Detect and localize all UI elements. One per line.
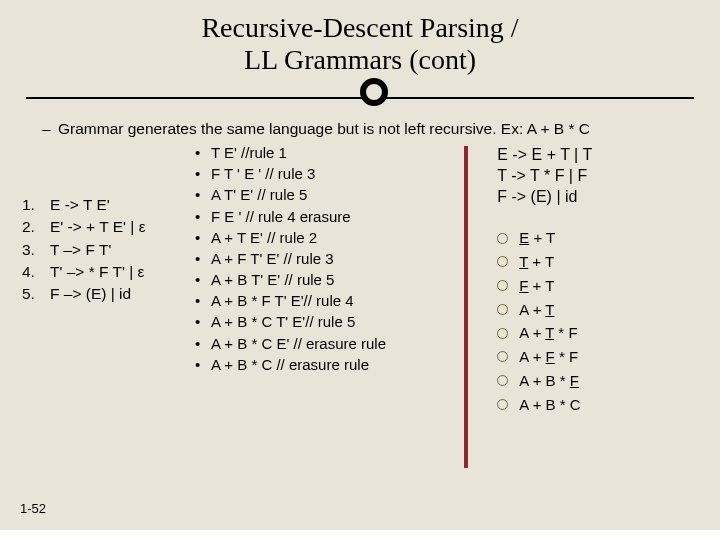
ring-bullet-icon (497, 275, 519, 297)
rule-text: T –> F T' (50, 240, 111, 259)
trace-text: F T ' E ' // rule 3 (211, 164, 315, 183)
list-item: F + T (497, 275, 706, 297)
trace-text: F E ' // rule 4 erasure (211, 207, 351, 226)
ring-bullet-icon (497, 346, 519, 368)
bullet-icon: • (195, 334, 211, 353)
title-divider (0, 84, 720, 110)
list-item: •A + T E' // rule 2 (195, 228, 473, 247)
list-item: E + T (497, 227, 706, 249)
ring-bullet-icon (497, 370, 519, 392)
slide-body: – Grammar generates the same language bu… (0, 110, 720, 417)
rule-text: F –> (E) | id (50, 284, 131, 303)
trace-text: A + B T' E' // rule 5 (211, 270, 334, 289)
trace-text: A + B * C T' E'// rule 5 (211, 312, 355, 331)
trace-text: A + B * F T' E'// rule 4 (211, 291, 354, 310)
ring-bullet-icon (497, 299, 519, 321)
list-item: •A + B T' E' // rule 5 (195, 270, 473, 289)
bullet-icon: • (195, 143, 211, 162)
trace-text: A + T E' // rule 2 (211, 228, 317, 247)
list-item: 5. F –> (E) | id (22, 284, 189, 303)
list-item: •A + F T' E' // rule 3 (195, 249, 473, 268)
orig-line: E -> E + T | T (497, 145, 706, 166)
right-column: E -> E + T | T T -> T * F | F F -> (E) |… (473, 143, 706, 417)
list-item: •F T ' E ' // rule 3 (195, 164, 473, 183)
list-item: 1. E -> T E' (22, 195, 189, 214)
bullet-icon: • (195, 185, 211, 204)
divider-line (26, 97, 694, 99)
rule-number: 4. (22, 262, 50, 281)
trace-text: A + B * C E' // erasure rule (211, 334, 386, 353)
deriv-text: A + F * F (519, 346, 578, 368)
deriv-text: T + T (519, 251, 554, 273)
rule-number: 2. (22, 217, 50, 236)
list-item: •A + B * C T' E'// rule 5 (195, 312, 473, 331)
orig-line: T -> T * F | F (497, 166, 706, 187)
bullet-icon: • (195, 228, 211, 247)
list-item: A + T * F (497, 322, 706, 344)
bullet-icon: • (195, 207, 211, 226)
ring-bullet-icon (497, 251, 519, 273)
list-item: •A + B * C // erasure rule (195, 355, 473, 374)
deriv-text: A + T (519, 299, 554, 321)
list-item: •A + B * C E' // erasure rule (195, 334, 473, 353)
bullet-icon: • (195, 270, 211, 289)
rule-text: E' -> + T E' | ε (50, 217, 146, 236)
list-item: •A T' E' // rule 5 (195, 185, 473, 204)
intro-bullet: – Grammar generates the same language bu… (42, 120, 706, 139)
rule-text: E -> T E' (50, 195, 110, 214)
original-grammar: E -> E + T | T T -> T * F | F F -> (E) |… (497, 145, 706, 207)
trace-text: A T' E' // rule 5 (211, 185, 307, 204)
trace-text: T E' //rule 1 (211, 143, 287, 162)
list-item: •A + B * F T' E'// rule 4 (195, 291, 473, 310)
list-item: 2. E' -> + T E' | ε (22, 217, 189, 236)
derivation-steps-list: E + TT + TF + TA + TA + T * FA + F * FA … (497, 227, 706, 415)
dash-icon: – (42, 120, 58, 139)
rule-number: 3. (22, 240, 50, 259)
rule-text: T' –> * F T' | ε (50, 262, 145, 281)
trace-text: A + B * C // erasure rule (211, 355, 369, 374)
rule-number: 1. (22, 195, 50, 214)
list-item: 4. T' –> * F T' | ε (22, 262, 189, 281)
page-number: 1-52 (20, 501, 46, 516)
slide: Recursive-Descent Parsing / LL Grammars … (0, 0, 720, 540)
bullet-icon: • (195, 291, 211, 310)
divider-circle-icon (360, 78, 388, 106)
bullet-icon: • (195, 355, 211, 374)
title-line-1: Recursive-Descent Parsing / (0, 12, 720, 44)
orig-line: F -> (E) | id (497, 187, 706, 208)
rule-number: 5. (22, 284, 50, 303)
list-item: A + B * F (497, 370, 706, 392)
list-item: •T E' //rule 1 (195, 143, 473, 162)
ring-bullet-icon (497, 227, 519, 249)
list-item: A + F * F (497, 346, 706, 368)
deriv-text: A + T * F (519, 322, 577, 344)
list-item: A + B * C (497, 394, 706, 416)
list-item: •F E ' // rule 4 erasure (195, 207, 473, 226)
list-item: A + T (497, 299, 706, 321)
bullet-icon: • (195, 312, 211, 331)
list-item: T + T (497, 251, 706, 273)
deriv-text: A + B * C (519, 394, 580, 416)
title-line-2: LL Grammars (cont) (0, 44, 720, 76)
list-item: 3. T –> F T' (22, 240, 189, 259)
ring-bullet-icon (497, 394, 519, 416)
trace-text: A + F T' E' // rule 3 (211, 249, 334, 268)
deriv-text: E + T (519, 227, 555, 249)
slide-title: Recursive-Descent Parsing / LL Grammars … (0, 0, 720, 76)
ring-bullet-icon (497, 322, 519, 344)
grammar-rules-list: 1. E -> T E' 2. E' -> + T E' | ε 3. T –>… (14, 143, 189, 307)
bullet-icon: • (195, 164, 211, 183)
deriv-text: A + B * F (519, 370, 579, 392)
deriv-text: F + T (519, 275, 554, 297)
intro-text: Grammar generates the same language but … (58, 120, 590, 139)
bullet-icon: • (195, 249, 211, 268)
columns: 1. E -> T E' 2. E' -> + T E' | ε 3. T –>… (14, 143, 706, 417)
derivation-trace-list: •T E' //rule 1 •F T ' E ' // rule 3 •A T… (189, 143, 473, 376)
